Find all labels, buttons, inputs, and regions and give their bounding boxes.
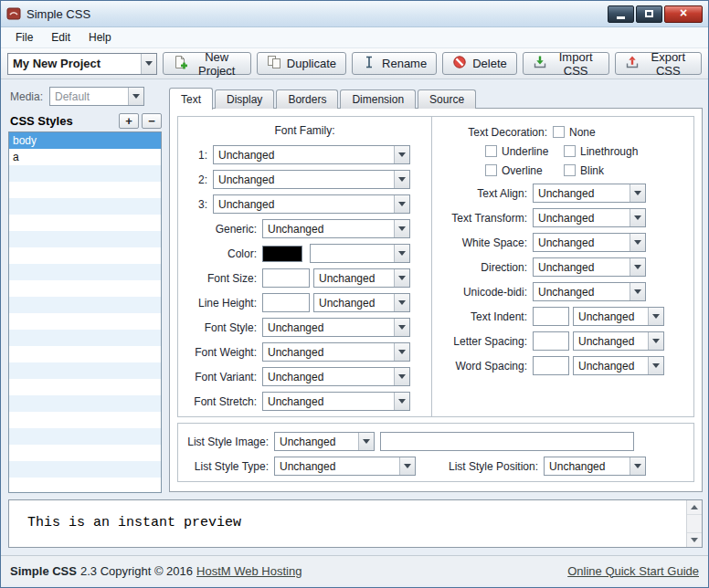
- menu-file[interactable]: File: [6, 28, 42, 47]
- word-spacing-unit-value: Unchanged: [574, 357, 648, 374]
- remove-style-button[interactable]: −: [142, 113, 162, 129]
- font-column: Font Family: 1: Unchanged 2: Unchanged: [178, 117, 432, 416]
- scroll-down-button[interactable]: [687, 532, 702, 547]
- font-stretch-label: Font Stretch:: [178, 395, 262, 408]
- list-style-position-value: Unchanged: [545, 457, 630, 475]
- font1-select[interactable]: Unchanged: [213, 145, 410, 164]
- list-style-image-label: List Style Image:: [178, 436, 274, 448]
- checkbox-blink[interactable]: Blink: [564, 164, 604, 177]
- chevron-down-icon: [630, 258, 645, 276]
- font-style-select[interactable]: Unchanged: [262, 318, 410, 337]
- color-swatch[interactable]: [262, 246, 302, 262]
- chevron-down-icon: [394, 146, 409, 163]
- close-button[interactable]: ×: [664, 5, 703, 23]
- word-spacing-input[interactable]: [533, 356, 569, 375]
- list-style-type-label: List Style Type:: [178, 460, 274, 473]
- list-item-body[interactable]: body: [9, 132, 161, 149]
- maximize-button[interactable]: [636, 5, 662, 23]
- status-bar: Simple CSS 2.3 Copyright © 2016 HostM We…: [1, 555, 708, 585]
- letter-spacing-unit-select[interactable]: Unchanged: [573, 331, 664, 351]
- generic-select[interactable]: Unchanged: [262, 219, 410, 238]
- font3-label: 3:: [178, 198, 213, 211]
- font-variant-select[interactable]: Unchanged: [262, 367, 410, 386]
- import-css-button[interactable]: Import CSS: [523, 52, 609, 75]
- line-height-input[interactable]: [262, 293, 310, 312]
- chevron-down-icon: [630, 283, 645, 300]
- line-height-unit-select[interactable]: Unchanged: [313, 293, 410, 312]
- window-title: Simple CSS: [26, 7, 90, 21]
- font-stretch-select[interactable]: Unchanged: [262, 392, 410, 411]
- direction-label: Direction:: [432, 261, 533, 274]
- tab-source[interactable]: Source: [418, 89, 476, 109]
- media-select[interactable]: Default: [49, 87, 144, 106]
- checkbox-overline[interactable]: Overline: [485, 164, 564, 177]
- font3-select[interactable]: Unchanged: [213, 194, 410, 214]
- project-select[interactable]: My New Project: [7, 53, 157, 75]
- scroll-up-button[interactable]: [687, 500, 702, 515]
- import-css-label: Import CSS: [553, 50, 599, 78]
- chevron-down-icon: [358, 433, 374, 450]
- text-indent-unit-select[interactable]: Unchanged: [573, 307, 664, 326]
- font-stretch-value: Unchanged: [263, 393, 394, 410]
- font-size-input[interactable]: [262, 268, 310, 288]
- checkbox-none[interactable]: None: [553, 126, 596, 139]
- status-app-name: Simple CSS: [10, 564, 77, 578]
- new-project-button[interactable]: New Project: [163, 52, 251, 75]
- font-weight-select[interactable]: Unchanged: [262, 342, 410, 362]
- tab-text[interactable]: Text: [169, 88, 213, 110]
- minimize-icon: [617, 16, 625, 19]
- letter-spacing-input[interactable]: [533, 331, 569, 351]
- font-family-header: Font Family:: [178, 124, 431, 137]
- delete-button[interactable]: Delete: [442, 52, 517, 75]
- white-space-label: White Space:: [432, 236, 533, 249]
- checkbox-linethrough[interactable]: Linethrough: [564, 145, 638, 158]
- title-bar[interactable]: Simple CSS ×: [1, 1, 708, 27]
- text-align-select[interactable]: Unchanged: [533, 184, 646, 203]
- direction-select[interactable]: Unchanged: [533, 257, 646, 277]
- tab-dimension[interactable]: Dimension: [340, 89, 416, 109]
- css-styles-title: CSS Styles: [10, 114, 73, 128]
- color-select[interactable]: [310, 244, 410, 263]
- style-list: body a: [8, 131, 162, 493]
- duplicate-button[interactable]: Duplicate: [257, 52, 346, 75]
- font-weight-label: Font Weight:: [178, 346, 262, 359]
- list-style-position-select[interactable]: Unchanged: [544, 457, 646, 476]
- preview-scrollbar[interactable]: [686, 500, 702, 547]
- chevron-down-icon: [394, 393, 409, 410]
- menu-help[interactable]: Help: [79, 28, 121, 47]
- checkbox-underline[interactable]: Underline: [485, 145, 564, 158]
- unicode-bidi-label: Unicode-bidi:: [432, 286, 533, 299]
- tab-borders[interactable]: Borders: [276, 89, 338, 109]
- export-css-button[interactable]: Export CSS: [615, 52, 702, 75]
- checkbox-underline-label: Underline: [502, 145, 548, 158]
- quick-start-guide-link[interactable]: Online Quick Start Guide: [567, 564, 699, 578]
- font-size-unit-select[interactable]: Unchanged: [313, 268, 410, 288]
- list-style-image-select[interactable]: Unchanged: [274, 432, 375, 451]
- list-style-type-select[interactable]: Unchanged: [274, 457, 416, 476]
- font-variant-value: Unchanged: [263, 368, 394, 385]
- arrow-up-icon: [691, 505, 698, 509]
- rename-button[interactable]: Rename: [352, 52, 437, 75]
- media-label: Media:: [10, 90, 43, 103]
- menu-edit[interactable]: Edit: [42, 28, 79, 47]
- font-variant-label: Font Variant:: [178, 371, 262, 383]
- text-indent-input[interactable]: [533, 307, 569, 326]
- word-spacing-unit-select[interactable]: Unchanged: [573, 356, 664, 375]
- unicode-bidi-select[interactable]: Unchanged: [533, 282, 646, 301]
- tab-display[interactable]: Display: [215, 89, 274, 109]
- checkbox-linethrough-label: Linethrough: [580, 145, 638, 158]
- font-style-label: Font Style:: [178, 321, 262, 334]
- list-style-image-url-input[interactable]: [380, 432, 634, 451]
- white-space-select[interactable]: Unchanged: [533, 233, 646, 252]
- list-item-a[interactable]: a: [9, 149, 161, 165]
- add-style-button[interactable]: +: [119, 113, 139, 129]
- chevron-down-icon: [394, 245, 409, 262]
- font2-select[interactable]: Unchanged: [213, 170, 410, 189]
- duplicate-label: Duplicate: [287, 57, 336, 70]
- font2-value: Unchanged: [214, 171, 394, 188]
- text-transform-select[interactable]: Unchanged: [533, 208, 646, 227]
- minimize-button[interactable]: [608, 5, 634, 23]
- hostm-link[interactable]: HostM Web Hosting: [196, 564, 302, 578]
- text-options-column: Text Decoration: None Underline Linethro…: [432, 117, 693, 416]
- media-select-value: Default: [50, 88, 128, 105]
